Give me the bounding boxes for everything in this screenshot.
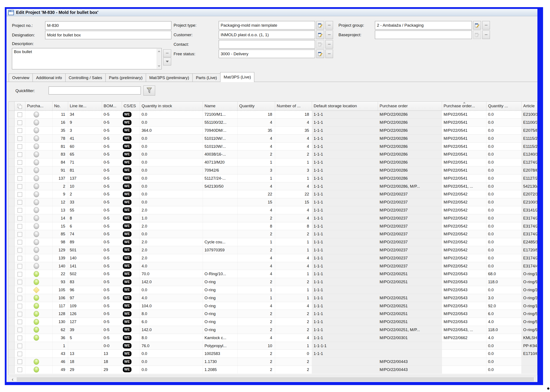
table-row[interactable]: 12 33 0-5 WE 0.0 15 15 1-1-1 M/PO/22/002… [9,198,537,206]
tab-controlling-sales[interactable]: Controlling / Sales [65,73,105,82]
row-checkbox[interactable] [18,312,22,316]
row-checkbox[interactable] [18,120,22,125]
project-type-edit-button[interactable] [316,21,324,29]
table-row[interactable]: 83 65 0-5 WE 0.0 40038/16-... 2 2 1-1-1 … [9,150,537,158]
table-row[interactable]: 106 97 0-5 WE 4.0 O-ring 1 1 1-1-1 M/PO/… [9,294,537,302]
description-scrollbar[interactable] [157,49,161,69]
customer-edit-button[interactable] [316,31,324,39]
row-checkbox[interactable] [18,336,22,340]
row-checkbox[interactable] [18,296,22,300]
table-row[interactable]: 35 3 0-5 WE 364.0 70940DM/... 35 35 1-1-… [9,126,537,134]
project-type-input[interactable]: Packaging-mold main template [219,21,315,29]
table-row[interactable]: 128 126 0-5 WE 8.0 O-ring 2 2 1-1-1 M/PO… [9,310,537,318]
table-row[interactable]: 13 55 0-5 WE 2.0 4 4 1-1-1 M/PO/22/00237… [9,206,537,214]
row-checkbox[interactable] [18,136,22,141]
tab-parts-preliminary[interactable]: Parts (preliminary) [105,73,146,82]
table-row[interactable]: 46 18 18 WE 0.0 1.1730 2 2 M/PO/22/00443… [9,358,537,366]
description-expand-button[interactable] [163,58,171,65]
row-checkbox[interactable] [18,192,22,197]
col-quantity-in-stock[interactable]: Quantity in stock [140,102,203,111]
col-purchase-status[interactable]: Purcha... [25,102,52,111]
row-checkbox[interactable] [18,304,22,308]
customer-input[interactable]: INMOLD plast d.o.o. (1, 1) [219,31,315,39]
row-checkbox[interactable] [18,224,22,229]
row-checkbox[interactable] [18,248,22,252]
project-type-remove-button[interactable]: – [326,21,333,29]
row-checkbox[interactable] [18,368,22,372]
table-row[interactable]: 85 74 0-5 WE 0.0 2 2 1-1-1 M/PO/22/00237… [9,230,537,238]
row-checkbox[interactable] [18,288,22,292]
row-checkbox[interactable] [18,152,22,157]
col-bom[interactable]: BOM... [102,102,122,111]
col-purchase-order-2[interactable]: Purchase order... [442,102,486,111]
table-row[interactable]: 93 83 0-5 WE 142.0 O-ring 2 2 1-1-1 M/PO… [9,278,537,286]
tab-parts-live[interactable]: Parts (Live) [192,73,220,82]
select-all-header[interactable] [14,102,25,111]
project-no-input[interactable]: M-830 [45,21,171,30]
table-row[interactable]: 16 9 0-5 WE 0.0 551100/32... 4 4 1-1-1 M… [9,119,537,126]
title-bar[interactable]: Edit Project 'M-830 - Mold for bullet bo… [7,9,537,16]
table-row[interactable]: 129 501 0-5 WE 2.0 107970359 2 1 1-1-1 M… [9,246,537,254]
col-article[interactable]: Article [521,102,537,111]
col-line-item[interactable]: Line ite... [68,102,102,111]
designation-input[interactable]: Mold for bullet box [45,31,171,39]
table-row[interactable]: 11 34 0-5 WE 0.0 72100/M1... 18 18 1-1-1… [9,111,537,119]
row-checkbox[interactable] [18,352,22,356]
description-minus-button[interactable]: – [163,49,171,57]
project-group-edit-button[interactable] [473,21,481,29]
col-default-storage-location[interactable]: Default storage location [312,102,378,111]
tab-mat3ps-preliminary[interactable]: Mat/3PS (preliminary) [146,73,192,82]
table-row[interactable]: 43 13 13 WE 0.0 1002583 2 0 1-1-1 0.0 E1… [9,350,537,358]
tab-overview[interactable]: Overview [9,73,33,82]
table-row[interactable]: 36 5 0-5 WE 8.0 Kamlock c... 4 4 1-1-1 M… [9,334,537,342]
row-checkbox[interactable] [18,112,22,117]
table-row[interactable]: 98 89 0-5 WE 2.0 Cycle cou... 1 1 1-1-1 … [9,238,537,246]
table-row[interactable]: 140 141 0-5 WE 4.0 4 4 1-1-1 M/PO/22/002… [9,262,537,270]
row-checkbox[interactable] [18,200,22,204]
table-row[interactable]: 22 502 0-5 WE 70.0 O-Ring/10... 4 1 1-1-… [9,270,537,278]
row-checkbox[interactable] [18,216,22,221]
row-checkbox[interactable] [18,184,22,189]
row-checkbox[interactable] [18,144,22,149]
table-row[interactable]: 78 41 0-5 WE 0.0 510110W/... 4 4 1-1-1 M… [9,134,537,142]
scrollbar-thumb[interactable] [17,377,534,381]
col-purchase-order[interactable]: Purchase order [378,102,442,111]
col-number-of[interactable]: Number of ... [275,102,312,111]
customer-remove-button[interactable]: – [326,31,333,39]
tab-mat3ps-live[interactable]: Mat/3PS (Live) [220,72,254,82]
col-no[interactable]: No. [52,102,68,111]
contact-edit-button[interactable] [316,40,324,49]
table-row[interactable]: 14 8 0-5 WE 1.0 2 4 1-1-1 M/PO/22/00237 … [9,214,537,222]
scroll-up-icon[interactable] [158,50,160,52]
scroll-left-icon[interactable]: ‹ [9,377,16,382]
contact-input[interactable] [219,40,315,49]
col-quantity[interactable]: Quantity [237,102,275,111]
row-checkbox[interactable] [18,208,22,213]
table-row[interactable]: 137 137 0-5 WE 0.0 51127/24-... 1 1 1-1-… [9,174,537,182]
quickfilter-input[interactable] [49,86,141,94]
row-checkbox[interactable] [18,328,22,332]
row-checkbox[interactable] [18,359,22,364]
row-checkbox[interactable] [18,264,22,268]
table-row[interactable]: 91 81 0-5 WE 0.0 70942/6 3 3 1-1-1 M/PO/… [9,166,537,175]
table-row[interactable]: 15 6 0-5 WE 2.0 8 8 1-1-1 M/PO/22/00237 … [9,222,537,230]
baseproject-input[interactable] [375,31,472,39]
row-checkbox[interactable] [18,128,22,133]
baseproject-edit-button[interactable] [473,31,481,39]
row-checkbox[interactable] [18,168,22,173]
col-quantity-2[interactable]: Quantity ... [486,102,521,111]
description-textarea[interactable]: Box bullet [12,48,162,69]
row-checkbox[interactable] [18,160,22,165]
table-row[interactable]: 2 10 0-5 WE 0.0 542130/50 4 4 1-1-1 M/PO… [9,182,537,190]
table-row[interactable]: 9 2 0-5 WE 0.0 22 22 1-1-1 M/PO/22/00237… [9,190,537,198]
row-checkbox[interactable] [18,272,22,277]
project-group-input[interactable]: 2 - Ambalaža / Packaging [375,21,472,29]
tab-additional-info[interactable]: Additional info [33,73,65,82]
table-row[interactable]: 62 39 0-5 WE 142.0 O-ring 2 2 1-1-1 M/PO… [9,326,537,334]
table-row[interactable]: 1 0-0 WE 76.0 Polypropyl... 10 1 1-1-1-1… [9,342,537,350]
table-row[interactable]: 139 140 0-5 WE 2.0 4 4 1-1-1 M/PO/22/002… [9,254,537,262]
table-row[interactable]: 130 127 0-5 WE 6.0 O-ring 2 2 1-1-1 M/PO… [9,318,537,326]
col-cs-es[interactable]: CS/ES [122,102,140,111]
table-row[interactable]: 84 71 0-5 WE 0.0 40713/M20 1 1 1-1-1 M/P… [9,158,537,166]
free-status-input[interactable]: 3000 - Delivery [219,50,315,58]
